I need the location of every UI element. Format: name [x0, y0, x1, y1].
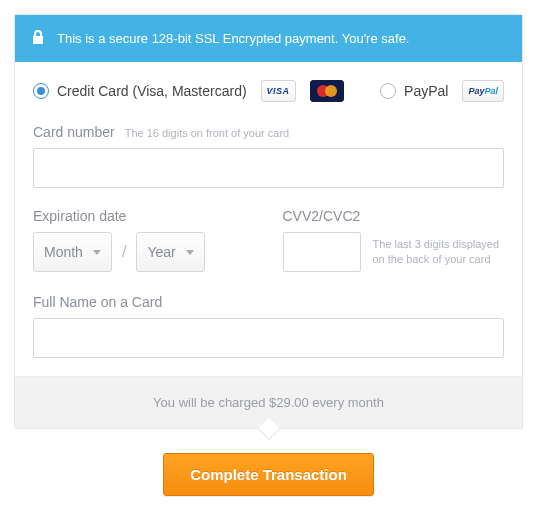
fullname-input[interactable]	[33, 318, 504, 358]
visa-icon: VISA	[261, 80, 296, 102]
radio-credit-card[interactable]	[33, 83, 49, 99]
chevron-down-icon	[93, 250, 101, 255]
form-body: Credit Card (Visa, Mastercard) VISA PayP…	[15, 62, 522, 358]
mastercard-icon	[310, 80, 344, 102]
expiration-year-value: Year	[147, 244, 175, 260]
cta-wrap: Complete Transaction	[14, 453, 523, 496]
expiration-block: Expiration date Month / Year	[33, 208, 255, 272]
cvv-input[interactable]	[283, 232, 361, 272]
expiration-separator: /	[122, 243, 126, 261]
credit-card-option[interactable]: Credit Card (Visa, Mastercard)	[33, 83, 247, 99]
cvv-label: CVV2/CVC2	[283, 208, 361, 224]
credit-card-label: Credit Card (Visa, Mastercard)	[57, 83, 247, 99]
paypal-option[interactable]: PayPal	[380, 83, 448, 99]
card-number-label: Card number	[33, 124, 115, 140]
card-number-hint: The 16 digits on front of your card	[125, 127, 289, 139]
card-number-block: Card number The 16 digits on front of yo…	[33, 124, 504, 188]
secure-banner: This is a secure 128-bit SSL Encrypted p…	[15, 15, 522, 62]
radio-paypal[interactable]	[380, 83, 396, 99]
fullname-block: Full Name on a Card	[33, 294, 504, 358]
chevron-down-icon	[186, 250, 194, 255]
cvv-block: CVV2/CVC2 The last 3 digits displayed on…	[283, 208, 505, 272]
secure-message: This is a secure 128-bit SSL Encrypted p…	[57, 31, 506, 46]
expiration-month-value: Month	[44, 244, 83, 260]
payment-method-row: Credit Card (Visa, Mastercard) VISA PayP…	[33, 80, 504, 102]
card-number-input[interactable]	[33, 148, 504, 188]
cvv-hint: The last 3 digits displayed on the back …	[373, 237, 505, 268]
lock-icon	[31, 29, 45, 48]
paypal-icon: PayPal	[462, 80, 504, 102]
complete-transaction-button[interactable]: Complete Transaction	[163, 453, 374, 496]
payment-form-card: This is a secure 128-bit SSL Encrypted p…	[14, 14, 523, 429]
expiration-label: Expiration date	[33, 208, 126, 224]
expiration-year-select[interactable]: Year	[136, 232, 204, 272]
fullname-label: Full Name on a Card	[33, 294, 162, 310]
expiration-month-select[interactable]: Month	[33, 232, 112, 272]
paypal-label: PayPal	[404, 83, 448, 99]
